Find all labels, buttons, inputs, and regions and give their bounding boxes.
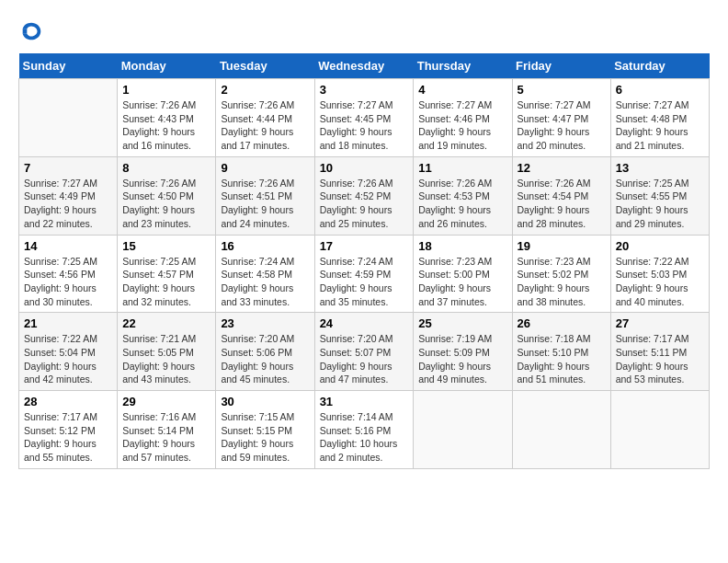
day-number: 31	[320, 395, 409, 408]
day-info: Sunrise: 7:17 AM Sunset: 5:11 PM Dayligh…	[616, 332, 704, 386]
day-number: 4	[418, 83, 506, 97]
calendar-cell: 26Sunrise: 7:18 AM Sunset: 5:10 PM Dayli…	[512, 313, 610, 391]
day-number: 9	[221, 161, 309, 175]
day-number: 20	[616, 239, 704, 253]
calendar-cell: 27Sunrise: 7:17 AM Sunset: 5:11 PM Dayli…	[610, 313, 709, 391]
day-info: Sunrise: 7:24 AM Sunset: 4:58 PM Dayligh…	[221, 255, 309, 309]
day-info: Sunrise: 7:26 AM Sunset: 4:43 PM Dayligh…	[122, 98, 210, 153]
day-info: Sunrise: 7:24 AM Sunset: 4:59 PM Dayligh…	[320, 255, 409, 309]
day-info: Sunrise: 7:18 AM Sunset: 5:10 PM Dayligh…	[518, 332, 606, 386]
day-number: 18	[418, 239, 506, 253]
calendar-cell: 3Sunrise: 7:27 AM Sunset: 4:45 PM Daylig…	[314, 79, 414, 157]
header-row: SundayMondayTuesdayWednesdayThursdayFrid…	[19, 53, 710, 79]
calendar-body: 1Sunrise: 7:26 AM Sunset: 4:43 PM Daylig…	[19, 79, 710, 469]
calendar-header: SundayMondayTuesdayWednesdayThursdayFrid…	[19, 53, 710, 79]
calendar-cell: 10Sunrise: 7:26 AM Sunset: 4:52 PM Dayli…	[314, 156, 414, 235]
header-day-saturday: Saturday	[610, 53, 709, 79]
day-number: 17	[320, 239, 409, 253]
calendar-cell: 6Sunrise: 7:27 AM Sunset: 4:48 PM Daylig…	[610, 79, 709, 157]
day-number: 1	[122, 83, 210, 97]
day-number: 14	[24, 239, 112, 253]
day-number: 27	[616, 316, 704, 330]
logo-icon	[18, 18, 44, 44]
day-info: Sunrise: 7:26 AM Sunset: 4:51 PM Dayligh…	[221, 177, 309, 231]
header-day-wednesday: Wednesday	[314, 53, 414, 79]
day-info: Sunrise: 7:26 AM Sunset: 4:54 PM Dayligh…	[518, 177, 606, 231]
calendar-cell: 16Sunrise: 7:24 AM Sunset: 4:58 PM Dayli…	[216, 235, 314, 313]
day-number: 28	[24, 395, 112, 408]
calendar-cell: 20Sunrise: 7:22 AM Sunset: 5:03 PM Dayli…	[610, 235, 709, 313]
day-info: Sunrise: 7:23 AM Sunset: 5:00 PM Dayligh…	[418, 255, 506, 309]
day-number: 15	[122, 239, 210, 253]
calendar-cell: 13Sunrise: 7:25 AM Sunset: 4:55 PM Dayli…	[610, 156, 709, 235]
header-day-sunday: Sunday	[19, 53, 118, 79]
day-number: 10	[320, 161, 409, 175]
day-number: 24	[320, 316, 409, 330]
day-number: 23	[221, 316, 309, 330]
day-info: Sunrise: 7:27 AM Sunset: 4:47 PM Dayligh…	[518, 98, 606, 153]
day-info: Sunrise: 7:15 AM Sunset: 5:15 PM Dayligh…	[221, 410, 309, 465]
day-info: Sunrise: 7:26 AM Sunset: 4:52 PM Dayligh…	[320, 177, 409, 231]
day-number: 2	[221, 83, 309, 97]
page-header	[18, 18, 710, 44]
day-number: 7	[24, 161, 112, 175]
day-info: Sunrise: 7:22 AM Sunset: 5:04 PM Dayligh…	[24, 332, 112, 386]
day-number: 13	[616, 161, 704, 175]
day-number: 5	[518, 83, 606, 97]
calendar-cell: 31Sunrise: 7:14 AM Sunset: 5:16 PM Dayli…	[314, 391, 414, 469]
day-number: 25	[418, 316, 506, 330]
calendar-cell: 23Sunrise: 7:20 AM Sunset: 5:06 PM Dayli…	[216, 313, 314, 391]
day-info: Sunrise: 7:25 AM Sunset: 4:57 PM Dayligh…	[122, 255, 210, 309]
calendar-cell: 5Sunrise: 7:27 AM Sunset: 4:47 PM Daylig…	[512, 79, 610, 157]
header-day-friday: Friday	[512, 53, 610, 79]
calendar-cell: 21Sunrise: 7:22 AM Sunset: 5:04 PM Dayli…	[19, 313, 118, 391]
day-info: Sunrise: 7:26 AM Sunset: 4:44 PM Dayligh…	[221, 98, 309, 153]
day-number: 29	[122, 395, 210, 408]
calendar-cell: 22Sunrise: 7:21 AM Sunset: 5:05 PM Dayli…	[118, 313, 216, 391]
day-number: 3	[320, 83, 409, 97]
week-row-0: 1Sunrise: 7:26 AM Sunset: 4:43 PM Daylig…	[19, 79, 710, 157]
day-number: 11	[418, 161, 506, 175]
calendar-cell	[414, 391, 512, 469]
calendar-cell: 11Sunrise: 7:26 AM Sunset: 4:53 PM Dayli…	[414, 156, 512, 235]
week-row-3: 21Sunrise: 7:22 AM Sunset: 5:04 PM Dayli…	[19, 313, 710, 391]
day-number: 8	[122, 161, 210, 175]
calendar-table: SundayMondayTuesdayWednesdayThursdayFrid…	[18, 53, 710, 469]
calendar-cell: 25Sunrise: 7:19 AM Sunset: 5:09 PM Dayli…	[414, 313, 512, 391]
day-number: 21	[24, 316, 112, 330]
day-number: 6	[616, 83, 704, 97]
day-info: Sunrise: 7:27 AM Sunset: 4:46 PM Dayligh…	[418, 98, 506, 153]
day-info: Sunrise: 7:22 AM Sunset: 5:03 PM Dayligh…	[616, 255, 704, 309]
day-info: Sunrise: 7:20 AM Sunset: 5:07 PM Dayligh…	[320, 332, 409, 386]
day-number: 26	[518, 316, 606, 330]
week-row-2: 14Sunrise: 7:25 AM Sunset: 4:56 PM Dayli…	[19, 235, 710, 313]
day-info: Sunrise: 7:26 AM Sunset: 4:53 PM Dayligh…	[418, 177, 506, 231]
calendar-cell: 29Sunrise: 7:16 AM Sunset: 5:14 PM Dayli…	[118, 391, 216, 469]
calendar-cell: 14Sunrise: 7:25 AM Sunset: 4:56 PM Dayli…	[19, 235, 118, 313]
day-number: 12	[518, 161, 606, 175]
calendar-cell: 4Sunrise: 7:27 AM Sunset: 4:46 PM Daylig…	[414, 79, 512, 157]
header-day-thursday: Thursday	[414, 53, 512, 79]
day-info: Sunrise: 7:25 AM Sunset: 4:56 PM Dayligh…	[24, 255, 112, 309]
calendar-cell: 30Sunrise: 7:15 AM Sunset: 5:15 PM Dayli…	[216, 391, 314, 469]
day-info: Sunrise: 7:19 AM Sunset: 5:09 PM Dayligh…	[418, 332, 506, 386]
week-row-4: 28Sunrise: 7:17 AM Sunset: 5:12 PM Dayli…	[19, 391, 710, 469]
week-row-1: 7Sunrise: 7:27 AM Sunset: 4:49 PM Daylig…	[19, 156, 710, 235]
day-info: Sunrise: 7:20 AM Sunset: 5:06 PM Dayligh…	[221, 332, 309, 386]
day-number: 30	[221, 395, 309, 408]
calendar-cell: 2Sunrise: 7:26 AM Sunset: 4:44 PM Daylig…	[216, 79, 314, 157]
calendar-cell: 18Sunrise: 7:23 AM Sunset: 5:00 PM Dayli…	[414, 235, 512, 313]
header-day-tuesday: Tuesday	[216, 53, 314, 79]
day-info: Sunrise: 7:27 AM Sunset: 4:45 PM Dayligh…	[320, 98, 409, 153]
calendar-cell	[512, 391, 610, 469]
calendar-cell: 7Sunrise: 7:27 AM Sunset: 4:49 PM Daylig…	[19, 156, 118, 235]
calendar-cell: 17Sunrise: 7:24 AM Sunset: 4:59 PM Dayli…	[314, 235, 414, 313]
calendar-cell: 9Sunrise: 7:26 AM Sunset: 4:51 PM Daylig…	[216, 156, 314, 235]
day-info: Sunrise: 7:14 AM Sunset: 5:16 PM Dayligh…	[320, 410, 409, 465]
calendar-cell: 19Sunrise: 7:23 AM Sunset: 5:02 PM Dayli…	[512, 235, 610, 313]
header-day-monday: Monday	[118, 53, 216, 79]
calendar-cell: 8Sunrise: 7:26 AM Sunset: 4:50 PM Daylig…	[118, 156, 216, 235]
day-info: Sunrise: 7:27 AM Sunset: 4:49 PM Dayligh…	[24, 177, 112, 231]
day-number: 16	[221, 239, 309, 253]
calendar-cell	[610, 391, 709, 469]
